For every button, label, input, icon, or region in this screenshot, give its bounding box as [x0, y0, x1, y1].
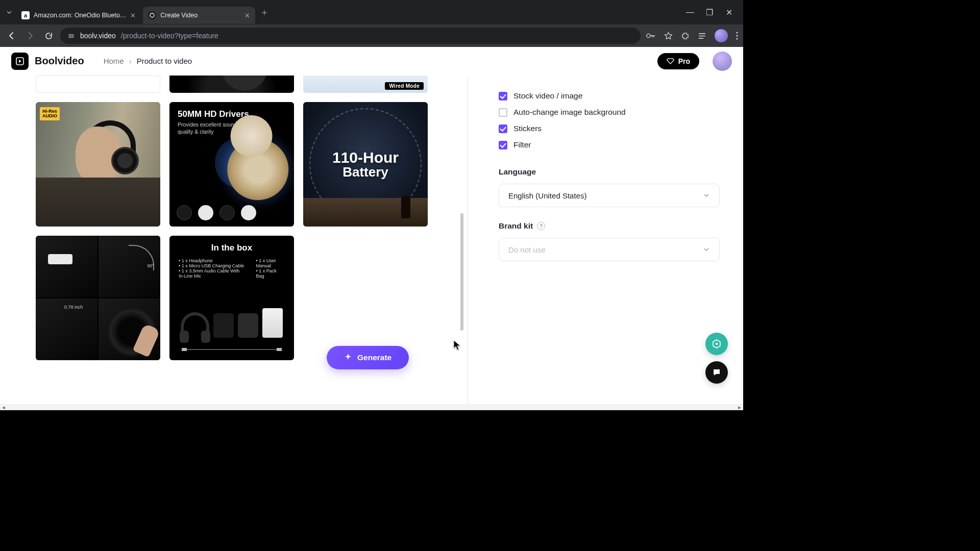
checkbox-icon[interactable]	[499, 108, 507, 117]
app-header: Boolvideo Home › Product to video Pro	[0, 47, 743, 76]
password-key-icon[interactable]	[646, 32, 656, 40]
close-tab-icon[interactable]: ✕	[130, 12, 136, 19]
svg-point-4	[647, 34, 650, 37]
chrome-profile-avatar[interactable]	[715, 29, 728, 42]
horizontal-scrollbar[interactable]: ◄ ►	[0, 404, 743, 410]
svg-point-6	[736, 35, 738, 36]
product-image-details[interactable]: 90° 0.78 inch	[36, 236, 160, 360]
forward-button[interactable]	[23, 29, 37, 42]
extensions-icon[interactable]	[681, 32, 690, 40]
mouse-cursor-icon	[453, 340, 461, 351]
close-tab-icon[interactable]: ✕	[244, 12, 250, 19]
breadcrumb-current: Product to video	[137, 57, 192, 65]
checkbox-icon[interactable]	[499, 124, 507, 133]
browser-tab-strip: a Amazon.com: OneOdio Blueto… ✕ Create V…	[0, 0, 743, 24]
chevron-down-icon	[703, 246, 710, 253]
tab-title: Amazon.com: OneOdio Blueto…	[34, 12, 126, 19]
product-image-thumb[interactable]: Wired Mode	[303, 76, 428, 93]
svg-point-9	[716, 343, 718, 345]
help-assistant-fab[interactable]	[705, 333, 728, 355]
language-select[interactable]: English (United States)	[499, 184, 720, 207]
chevron-right-icon: ›	[129, 57, 132, 65]
chrome-menu-icon[interactable]	[736, 32, 738, 40]
tab-amazon[interactable]: a Amazon.com: OneOdio Blueto… ✕	[16, 7, 141, 24]
option-auto-background[interactable]: Auto-change image background	[499, 104, 720, 120]
brandkit-label: Brand kit ?	[499, 221, 720, 231]
svg-point-5	[736, 32, 738, 33]
chevron-down-icon	[703, 192, 710, 199]
page: Boolvideo Home › Product to video Pro Wi…	[0, 47, 743, 410]
svg-point-3	[69, 37, 70, 38]
scroll-left-icon[interactable]: ◄	[1, 405, 6, 410]
product-image-thumb[interactable]	[36, 76, 160, 93]
close-window-icon[interactable]: ✕	[724, 8, 734, 17]
breadcrumb: Home › Product to video	[104, 57, 192, 65]
bookmark-star-icon[interactable]	[664, 32, 673, 40]
upgrade-pro-button[interactable]: Pro	[657, 53, 699, 69]
amazon-favicon-icon: a	[21, 11, 30, 19]
product-images-panel: Wired Mode Hi-ResAUDIO 50MM HD Drivers P…	[0, 76, 468, 410]
sparkle-icon	[344, 354, 352, 362]
info-icon[interactable]: ?	[537, 222, 545, 230]
svg-point-1	[69, 34, 70, 35]
tab-title: Create Video	[160, 12, 198, 19]
user-avatar[interactable]	[713, 52, 732, 71]
maximize-icon[interactable]: ❐	[704, 8, 715, 17]
hires-audio-badge: Hi-ResAUDIO	[40, 107, 60, 120]
option-stickers[interactable]: Stickers	[499, 120, 720, 137]
option-stock-media[interactable]: Stock video / image	[499, 88, 720, 104]
product-image-drivers[interactable]: 50MM HD Drivers Provides excellent sound…	[169, 102, 294, 227]
chat-fab[interactable]	[705, 361, 728, 384]
url-path: /product-to-video?type=feature	[121, 32, 218, 40]
language-label: Language	[499, 167, 720, 177]
browser-toolbar: boolv.video/product-to-video?type=featur…	[0, 24, 743, 47]
product-image-inbox[interactable]: In the box 1 x Headphone1 x Micro USB Ch…	[169, 236, 294, 360]
checkbox-icon[interactable]	[499, 141, 507, 149]
new-tab-button[interactable]: ＋	[257, 5, 272, 19]
svg-point-2	[72, 35, 73, 36]
address-bar[interactable]: boolv.video/product-to-video?type=featur…	[60, 28, 641, 44]
tab-search-dropdown[interactable]	[4, 9, 14, 15]
reload-button[interactable]	[42, 29, 55, 42]
left-panel-scrollbar[interactable]	[460, 81, 463, 331]
site-settings-icon[interactable]	[67, 32, 75, 40]
scroll-right-icon[interactable]: ►	[737, 405, 742, 410]
settings-panel: Stock video / image Auto-change image ba…	[468, 76, 743, 410]
back-button[interactable]	[5, 29, 18, 42]
product-image-battery[interactable]: 110-Hour Battery	[303, 102, 428, 227]
wired-mode-badge: Wired Mode	[385, 82, 424, 90]
minimize-icon[interactable]: ―	[685, 8, 695, 17]
window-controls: ― ❐ ✕	[685, 8, 739, 17]
option-filter[interactable]: Filter	[499, 137, 720, 153]
checkbox-icon[interactable]	[499, 92, 507, 101]
product-image-lifestyle[interactable]: Hi-ResAUDIO	[36, 102, 160, 227]
brandkit-select[interactable]: Do not use	[499, 238, 720, 261]
product-image-thumb[interactable]	[169, 76, 294, 93]
generate-button[interactable]: Generate	[327, 346, 409, 369]
boolv-favicon-icon	[148, 11, 156, 19]
breadcrumb-home[interactable]: Home	[104, 57, 124, 65]
svg-point-7	[736, 38, 738, 39]
reading-list-icon[interactable]	[698, 32, 706, 40]
url-host: boolv.video	[80, 32, 116, 40]
diamond-icon	[667, 57, 674, 65]
brand-logo-icon[interactable]	[11, 53, 29, 70]
tab-create-video[interactable]: Create Video ✕	[143, 7, 255, 24]
pro-label: Pro	[678, 57, 690, 65]
brand-name[interactable]: Boolvideo	[35, 55, 84, 67]
svg-point-0	[150, 13, 154, 17]
